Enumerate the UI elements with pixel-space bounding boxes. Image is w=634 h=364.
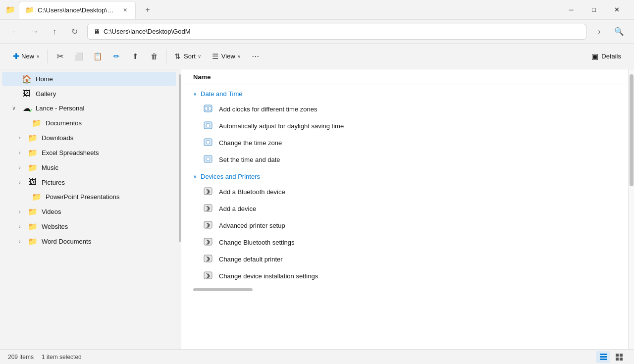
lance-icon: ☁✓ bbox=[22, 104, 32, 113]
date-time-group-label: Date and Time bbox=[201, 90, 243, 98]
view-button[interactable]: ☰ View ∨ bbox=[207, 49, 246, 64]
toolbar-separator-2 bbox=[166, 50, 166, 63]
list-item-add-device[interactable]: Add a device bbox=[181, 200, 628, 217]
lance-expand: ∨ bbox=[10, 105, 18, 111]
sidebar-item-pictures[interactable]: › 🖼 Pictures bbox=[2, 175, 176, 189]
tab-folder-icon: 📁 bbox=[25, 6, 34, 14]
delete-button[interactable]: 🗑 bbox=[145, 48, 163, 65]
view-label: View bbox=[221, 52, 235, 60]
sidebar-item-excel[interactable]: › 📁 Excel Spreadsheets bbox=[2, 146, 176, 160]
pictures-expand: › bbox=[16, 180, 24, 185]
address-text: C:\Users\lance\Desktop\GodM bbox=[104, 28, 191, 35]
list-item-advanced-printer[interactable]: Advanced printer setup bbox=[181, 217, 628, 234]
sidebar-item-powerpoint[interactable]: 📁 PowerPoint Presentations bbox=[2, 190, 176, 204]
search-button[interactable]: 🔍 bbox=[610, 23, 628, 41]
refresh-button[interactable]: ↻ bbox=[65, 23, 83, 41]
new-icon: ✚ bbox=[13, 52, 19, 61]
item-count: 209 items bbox=[8, 354, 34, 361]
device-installation-label: Change device installation settings bbox=[219, 272, 318, 280]
sidebar-item-music[interactable]: › 📁 Music bbox=[2, 160, 176, 175]
forward-button[interactable]: → bbox=[26, 23, 44, 41]
minimize-button[interactable]: ─ bbox=[560, 2, 582, 18]
svg-rect-16 bbox=[600, 356, 607, 358]
word-expand: › bbox=[16, 239, 24, 244]
list-item-set-time[interactable]: Set the time and date bbox=[181, 151, 628, 168]
sidebar-item-lance-personal[interactable]: ∨ ☁✓ Lance - Personal bbox=[2, 101, 176, 115]
list-item-change-timezone[interactable]: Change the time zone bbox=[181, 134, 628, 151]
list-item-auto-adjust[interactable]: Automatically adjust for daylight saving… bbox=[181, 117, 628, 134]
pp-label: PowerPoint Presentations bbox=[46, 193, 120, 201]
copy-button[interactable]: ⬜ bbox=[70, 48, 88, 65]
sidebar-item-downloads[interactable]: › 📁 Downloads bbox=[2, 131, 176, 145]
svg-rect-1 bbox=[205, 106, 208, 110]
sidebar-item-videos[interactable]: › 📁 Videos bbox=[2, 205, 176, 219]
videos-expand: › bbox=[16, 209, 24, 214]
details-button[interactable]: ▣ Details bbox=[586, 49, 626, 64]
add-bluetooth-label: Add a Bluetooth device bbox=[219, 188, 285, 196]
content-scrollbar[interactable] bbox=[628, 69, 634, 349]
address-bar[interactable]: 🖥 C:\Users\lance\Desktop\GodM bbox=[87, 24, 586, 40]
list-item-device-installation[interactable]: Change device installation settings bbox=[181, 267, 628, 284]
documentos-icon: 📁 bbox=[32, 118, 42, 128]
new-label: New bbox=[21, 52, 34, 60]
view-caret-icon: ∨ bbox=[237, 53, 241, 59]
paste-button[interactable]: 📋 bbox=[89, 48, 106, 65]
list-item-change-bluetooth[interactable]: Change Bluetooth settings bbox=[181, 234, 628, 251]
selected-count: 1 item selected bbox=[42, 354, 82, 361]
add-tab-button[interactable]: + bbox=[140, 2, 156, 18]
toolbar-separator-1 bbox=[48, 50, 48, 63]
advanced-printer-label: Advanced printer setup bbox=[219, 222, 285, 229]
list-item-default-printer[interactable]: Change default printer bbox=[181, 251, 628, 267]
title-bar: 📁 📁 C:\Users\lance\Desktop\GodM ✕ + ─ □ … bbox=[0, 0, 634, 20]
websites-icon: 📁 bbox=[28, 222, 38, 231]
group-devices-and-printers[interactable]: ∨ Devices and Printers bbox=[181, 168, 628, 183]
sidebar-item-documentos[interactable]: 📁 Documentos bbox=[2, 116, 176, 130]
group-date-and-time[interactable]: ∨ Date and Time bbox=[181, 85, 628, 101]
change-timezone-icon bbox=[203, 138, 213, 148]
pp-icon: 📁 bbox=[32, 192, 42, 202]
list-item-add-bluetooth[interactable]: Add a Bluetooth device bbox=[181, 183, 628, 200]
music-label: Music bbox=[42, 164, 58, 171]
up-button[interactable]: ↑ bbox=[46, 23, 63, 41]
add-device-icon bbox=[203, 204, 213, 213]
sidebar-item-websites[interactable]: › 📁 Websites bbox=[2, 219, 176, 234]
cut-button[interactable]: ✂ bbox=[51, 48, 69, 65]
expand-button[interactable]: › bbox=[590, 23, 608, 41]
sidebar-item-gallery[interactable]: 🖼 Gallery bbox=[2, 87, 176, 101]
gallery-label: Gallery bbox=[36, 90, 56, 98]
horizontal-scrollbar[interactable] bbox=[181, 286, 628, 293]
maximize-button[interactable]: □ bbox=[582, 2, 605, 18]
svg-rect-19 bbox=[620, 354, 623, 357]
sort-button[interactable]: ⇅ Sort ∨ bbox=[169, 49, 206, 64]
close-button[interactable]: ✕ bbox=[605, 2, 628, 18]
excel-icon: 📁 bbox=[28, 148, 38, 157]
rename-button[interactable]: ✏ bbox=[107, 48, 125, 65]
videos-icon: 📁 bbox=[28, 207, 38, 216]
toolbar: ✚ New ∨ ✂ ⬜ 📋 ✏ ⬆ 🗑 ⇅ Sort ∨ ☰ View ∨ ··… bbox=[0, 44, 634, 69]
change-bluetooth-label: Change Bluetooth settings bbox=[219, 239, 295, 246]
svg-point-4 bbox=[206, 123, 210, 127]
svg-rect-17 bbox=[600, 359, 607, 360]
list-view-button[interactable] bbox=[596, 351, 610, 363]
new-button[interactable]: ✚ New ∨ bbox=[8, 49, 45, 64]
browser-tab[interactable]: 📁 C:\Users\lance\Desktop\GodM ✕ bbox=[19, 1, 136, 19]
tiles-view-button[interactable] bbox=[612, 351, 626, 363]
more-button[interactable]: ··· bbox=[247, 48, 264, 65]
svg-point-8 bbox=[206, 157, 210, 161]
sidebar-item-word[interactable]: › 📁 Word Documents bbox=[2, 234, 176, 249]
tab-close-button[interactable]: ✕ bbox=[121, 6, 129, 14]
home-icon: 🏠 bbox=[22, 74, 32, 84]
sidebar-item-home[interactable]: 🏠 Home bbox=[2, 72, 176, 86]
devices-collapse-icon: ∨ bbox=[193, 174, 197, 179]
music-icon: 📁 bbox=[28, 163, 38, 172]
share-button[interactable]: ⬆ bbox=[126, 48, 144, 65]
sidebar: 🏠 Home 🖼 Gallery ∨ ☁✓ Lance - Personal 📁… bbox=[0, 69, 178, 349]
list-item-add-clocks[interactable]: Add clocks for different time zones bbox=[181, 101, 628, 117]
svg-rect-20 bbox=[616, 358, 619, 361]
back-button[interactable]: ← bbox=[6, 23, 24, 41]
sidebar-scrollbar[interactable] bbox=[178, 69, 181, 349]
devices-group-label: Devices and Printers bbox=[201, 173, 260, 180]
default-printer-label: Change default printer bbox=[219, 256, 283, 263]
excel-label: Excel Spreadsheets bbox=[42, 149, 99, 156]
tab-title: C:\Users\lance\Desktop\GodM bbox=[38, 6, 117, 14]
